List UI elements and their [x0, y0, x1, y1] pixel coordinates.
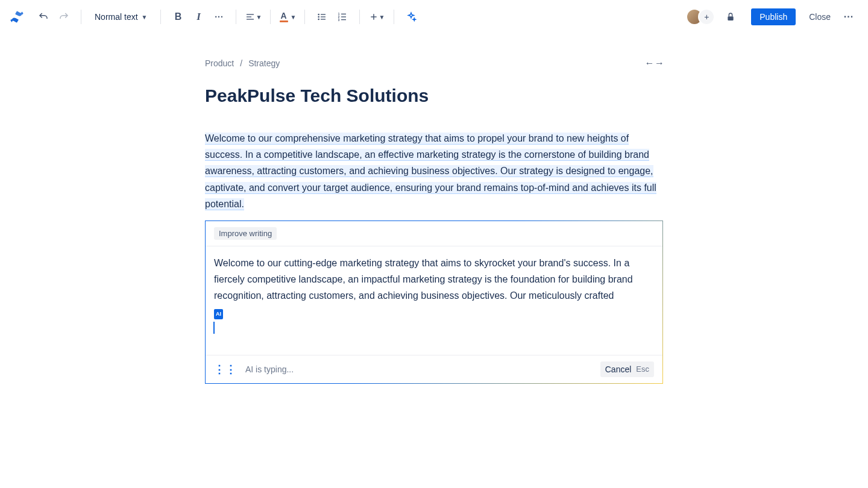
italic-button[interactable]: I: [189, 7, 208, 27]
chevron-down-icon: ▼: [256, 14, 262, 20]
breadcrumb-item[interactable]: Strategy: [248, 58, 280, 68]
chevron-down-icon: ▼: [379, 14, 385, 20]
ai-loading-icon: ⋮⋮: [214, 363, 237, 376]
ai-panel-header: Improve writing: [206, 221, 662, 246]
bold-button[interactable]: B: [168, 7, 187, 27]
chevron-down-icon: ▼: [142, 14, 148, 20]
insert-dropdown[interactable]: ▼: [367, 7, 386, 27]
text-style-dropdown[interactable]: Normal text ▼: [89, 7, 153, 27]
ai-cursor-badge: AI: [214, 309, 223, 319]
redo-button[interactable]: [54, 7, 74, 27]
publish-button[interactable]: Publish: [751, 8, 796, 25]
selected-paragraph[interactable]: Welcome to our comprehensive marketing s…: [205, 130, 663, 212]
svg-point-3: [318, 14, 320, 16]
confluence-logo-icon[interactable]: [10, 10, 24, 24]
toolbar-divider: [270, 10, 271, 24]
close-button[interactable]: Close: [803, 8, 837, 25]
svg-rect-13: [341, 16, 346, 17]
svg-point-4: [318, 16, 320, 18]
align-dropdown[interactable]: ▼: [244, 7, 263, 27]
restrictions-lock-icon[interactable]: [721, 7, 740, 27]
svg-point-5: [318, 19, 320, 20]
ai-typing-status: AI is typing...: [245, 364, 600, 374]
ai-action-tag: Improve writing: [214, 227, 277, 240]
breadcrumb-item[interactable]: Product: [205, 58, 234, 68]
ai-panel-footer: ⋮⋮ AI is typing... Cancel Esc: [206, 355, 662, 383]
svg-text:3: 3: [338, 19, 340, 22]
ai-suggestion-text: Welcome to our cutting-edge marketing st…: [206, 246, 662, 355]
text-color-dropdown[interactable]: A ▼: [278, 7, 297, 27]
color-swatch: [280, 20, 288, 22]
toolbar-divider: [160, 10, 161, 24]
breadcrumb: Product / Strategy: [205, 58, 280, 68]
svg-rect-17: [728, 16, 734, 20]
esc-hint: Esc: [636, 364, 649, 374]
svg-rect-7: [321, 16, 326, 17]
cancel-button[interactable]: Cancel Esc: [600, 361, 654, 377]
page-content: Product / Strategy ← → PeakPulse Tech So…: [205, 34, 663, 408]
ai-cursor-icon: [213, 322, 215, 334]
more-actions-button[interactable]: ···: [839, 7, 858, 27]
chevron-down-icon: ▼: [291, 14, 297, 20]
text-style-label: Normal text: [95, 12, 138, 22]
svg-rect-14: [341, 19, 346, 20]
toolbar-divider: [304, 10, 305, 24]
editor-toolbar: Normal text ▼ B I ··· ▼ A ▼ 123 ▼: [0, 0, 868, 34]
cancel-label: Cancel: [605, 364, 632, 374]
toolbar-divider: [81, 10, 81, 24]
numbered-list-button[interactable]: 123: [333, 7, 352, 27]
toolbar-divider: [394, 10, 394, 24]
toolbar-divider: [236, 10, 236, 24]
bullet-list-button[interactable]: [312, 7, 332, 27]
ai-suggestion-panel: Improve writing Welcome to our cutting-e…: [205, 221, 663, 384]
page-width-toggle-icon[interactable]: ← →: [645, 58, 663, 69]
more-formatting-button[interactable]: ···: [209, 7, 228, 27]
svg-rect-6: [321, 14, 326, 14]
page-title[interactable]: PeakPulse Tech Solutions: [205, 86, 663, 106]
add-collaborator-button[interactable]: +: [698, 8, 715, 25]
svg-rect-12: [341, 14, 346, 14]
ai-assist-button[interactable]: [401, 7, 421, 27]
toolbar-divider: [359, 10, 360, 24]
svg-rect-8: [321, 19, 326, 19]
undo-button[interactable]: [34, 7, 53, 27]
breadcrumb-separator: /: [240, 58, 242, 68]
